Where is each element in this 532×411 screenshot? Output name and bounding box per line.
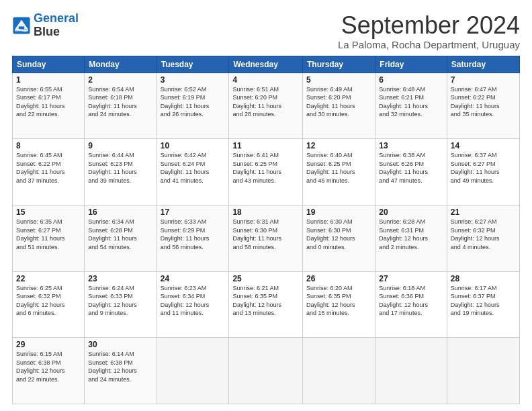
title-block: September 2024 La Paloma, Rocha Departme… <box>338 12 520 50</box>
day-number: 26 <box>306 274 371 283</box>
day-header-saturday: Saturday <box>447 56 519 73</box>
page: General Blue September 2024 La Paloma, R… <box>0 0 532 411</box>
calendar-empty-cell <box>157 338 229 404</box>
calendar-day-cell: 8Sunrise: 6:45 AM Sunset: 6:22 PM Daylig… <box>13 139 85 205</box>
calendar-day-cell: 18Sunrise: 6:31 AM Sunset: 6:30 PM Dayli… <box>229 205 303 271</box>
calendar: SundayMondayTuesdayWednesdayThursdayFrid… <box>12 56 520 404</box>
day-header-friday: Friday <box>375 56 447 73</box>
calendar-day-cell: 25Sunrise: 6:21 AM Sunset: 6:35 PM Dayli… <box>229 271 303 338</box>
logo-line1: General <box>34 11 79 25</box>
calendar-day-cell: 16Sunrise: 6:34 AM Sunset: 6:28 PM Dayli… <box>85 205 157 271</box>
day-number: 10 <box>161 141 226 150</box>
day-header-sunday: Sunday <box>13 56 85 73</box>
day-info: Sunrise: 6:31 AM Sunset: 6:30 PM Dayligh… <box>232 218 299 251</box>
day-info: Sunrise: 6:54 AM Sunset: 6:18 PM Dayligh… <box>88 85 152 119</box>
day-number: 16 <box>88 208 152 217</box>
day-number: 3 <box>161 75 226 85</box>
day-info: Sunrise: 6:30 AM Sunset: 6:30 PM Dayligh… <box>306 218 371 251</box>
calendar-empty-cell <box>303 338 375 404</box>
calendar-day-cell: 9Sunrise: 6:44 AM Sunset: 6:23 PM Daylig… <box>85 139 157 205</box>
month-title: September 2024 <box>338 12 520 39</box>
day-info: Sunrise: 6:37 AM Sunset: 6:27 PM Dayligh… <box>451 151 516 185</box>
calendar-day-cell: 1Sunrise: 6:55 AM Sunset: 6:17 PM Daylig… <box>13 73 85 139</box>
calendar-day-cell: 10Sunrise: 6:42 AM Sunset: 6:24 PM Dayli… <box>157 139 229 205</box>
day-number: 17 <box>161 208 226 217</box>
day-number: 11 <box>232 141 299 150</box>
day-header-wednesday: Wednesday <box>229 56 303 73</box>
day-info: Sunrise: 6:35 AM Sunset: 6:27 PM Dayligh… <box>16 218 81 251</box>
calendar-day-cell: 14Sunrise: 6:37 AM Sunset: 6:27 PM Dayli… <box>447 139 519 205</box>
day-number: 19 <box>306 208 371 217</box>
logo: General Blue <box>12 12 79 39</box>
day-info: Sunrise: 6:38 AM Sunset: 6:26 PM Dayligh… <box>379 151 443 185</box>
calendar-day-cell: 21Sunrise: 6:27 AM Sunset: 6:32 PM Dayli… <box>447 205 519 271</box>
day-info: Sunrise: 6:28 AM Sunset: 6:31 PM Dayligh… <box>379 218 443 251</box>
calendar-day-cell: 4Sunrise: 6:51 AM Sunset: 6:20 PM Daylig… <box>229 73 303 139</box>
day-info: Sunrise: 6:18 AM Sunset: 6:36 PM Dayligh… <box>379 284 443 318</box>
calendar-day-cell: 26Sunrise: 6:20 AM Sunset: 6:35 PM Dayli… <box>303 271 375 338</box>
calendar-week-row: 1Sunrise: 6:55 AM Sunset: 6:17 PM Daylig… <box>13 73 520 139</box>
day-info: Sunrise: 6:34 AM Sunset: 6:28 PM Dayligh… <box>88 218 152 251</box>
day-number: 2 <box>88 75 152 85</box>
calendar-week-row: 22Sunrise: 6:25 AM Sunset: 6:32 PM Dayli… <box>13 271 520 338</box>
day-number: 30 <box>88 340 152 349</box>
calendar-week-row: 29Sunrise: 6:15 AM Sunset: 6:38 PM Dayli… <box>13 338 520 404</box>
calendar-day-cell: 6Sunrise: 6:48 AM Sunset: 6:21 PM Daylig… <box>375 73 447 139</box>
calendar-empty-cell <box>375 338 447 404</box>
calendar-day-cell: 28Sunrise: 6:17 AM Sunset: 6:37 PM Dayli… <box>447 271 519 338</box>
calendar-day-cell: 7Sunrise: 6:47 AM Sunset: 6:22 PM Daylig… <box>447 73 519 139</box>
calendar-day-cell: 17Sunrise: 6:33 AM Sunset: 6:29 PM Dayli… <box>157 205 229 271</box>
calendar-week-row: 8Sunrise: 6:45 AM Sunset: 6:22 PM Daylig… <box>13 139 520 205</box>
day-info: Sunrise: 6:25 AM Sunset: 6:32 PM Dayligh… <box>16 284 81 318</box>
logo-line2: Blue <box>34 26 79 39</box>
day-number: 22 <box>16 274 81 283</box>
calendar-day-cell: 11Sunrise: 6:41 AM Sunset: 6:25 PM Dayli… <box>229 139 303 205</box>
calendar-header-row: SundayMondayTuesdayWednesdayThursdayFrid… <box>13 56 520 73</box>
day-info: Sunrise: 6:42 AM Sunset: 6:24 PM Dayligh… <box>161 151 226 185</box>
header: General Blue September 2024 La Paloma, R… <box>12 12 520 50</box>
day-number: 7 <box>451 75 516 85</box>
day-number: 8 <box>16 141 81 150</box>
day-info: Sunrise: 6:21 AM Sunset: 6:35 PM Dayligh… <box>232 284 299 318</box>
calendar-day-cell: 27Sunrise: 6:18 AM Sunset: 6:36 PM Dayli… <box>375 271 447 338</box>
day-info: Sunrise: 6:14 AM Sunset: 6:38 PM Dayligh… <box>88 350 152 383</box>
day-number: 20 <box>379 208 443 217</box>
day-info: Sunrise: 6:15 AM Sunset: 6:38 PM Dayligh… <box>16 350 81 383</box>
day-info: Sunrise: 6:49 AM Sunset: 6:20 PM Dayligh… <box>306 85 371 119</box>
day-number: 25 <box>232 274 299 283</box>
day-info: Sunrise: 6:47 AM Sunset: 6:22 PM Dayligh… <box>451 85 516 119</box>
calendar-week-row: 15Sunrise: 6:35 AM Sunset: 6:27 PM Dayli… <box>13 205 520 271</box>
day-info: Sunrise: 6:23 AM Sunset: 6:34 PM Dayligh… <box>161 284 226 318</box>
calendar-day-cell: 30Sunrise: 6:14 AM Sunset: 6:38 PM Dayli… <box>85 338 157 404</box>
day-number: 13 <box>379 141 443 150</box>
day-number: 1 <box>16 75 81 85</box>
logo-icon <box>12 16 31 35</box>
day-number: 24 <box>161 274 226 283</box>
calendar-day-cell: 20Sunrise: 6:28 AM Sunset: 6:31 PM Dayli… <box>375 205 447 271</box>
calendar-day-cell: 12Sunrise: 6:40 AM Sunset: 6:25 PM Dayli… <box>303 139 375 205</box>
day-info: Sunrise: 6:55 AM Sunset: 6:17 PM Dayligh… <box>16 85 81 119</box>
day-info: Sunrise: 6:45 AM Sunset: 6:22 PM Dayligh… <box>16 151 81 185</box>
day-number: 9 <box>88 141 152 150</box>
day-info: Sunrise: 6:24 AM Sunset: 6:33 PM Dayligh… <box>88 284 152 318</box>
calendar-day-cell: 3Sunrise: 6:52 AM Sunset: 6:19 PM Daylig… <box>157 73 229 139</box>
day-number: 18 <box>232 208 299 217</box>
day-info: Sunrise: 6:27 AM Sunset: 6:32 PM Dayligh… <box>451 218 516 251</box>
location-title: La Paloma, Rocha Department, Uruguay <box>338 39 520 50</box>
day-number: 23 <box>88 274 152 283</box>
calendar-day-cell: 24Sunrise: 6:23 AM Sunset: 6:34 PM Dayli… <box>157 271 229 338</box>
day-number: 12 <box>306 141 371 150</box>
day-info: Sunrise: 6:51 AM Sunset: 6:20 PM Dayligh… <box>232 85 299 119</box>
calendar-day-cell: 23Sunrise: 6:24 AM Sunset: 6:33 PM Dayli… <box>85 271 157 338</box>
calendar-day-cell: 19Sunrise: 6:30 AM Sunset: 6:30 PM Dayli… <box>303 205 375 271</box>
calendar-day-cell: 22Sunrise: 6:25 AM Sunset: 6:32 PM Dayli… <box>13 271 85 338</box>
day-number: 14 <box>451 141 516 150</box>
day-info: Sunrise: 6:44 AM Sunset: 6:23 PM Dayligh… <box>88 151 152 185</box>
day-info: Sunrise: 6:48 AM Sunset: 6:21 PM Dayligh… <box>379 85 443 119</box>
day-header-thursday: Thursday <box>303 56 375 73</box>
day-number: 4 <box>232 75 299 85</box>
day-header-tuesday: Tuesday <box>157 56 229 73</box>
day-info: Sunrise: 6:52 AM Sunset: 6:19 PM Dayligh… <box>161 85 226 119</box>
day-number: 28 <box>451 274 516 283</box>
day-info: Sunrise: 6:20 AM Sunset: 6:35 PM Dayligh… <box>306 284 371 318</box>
